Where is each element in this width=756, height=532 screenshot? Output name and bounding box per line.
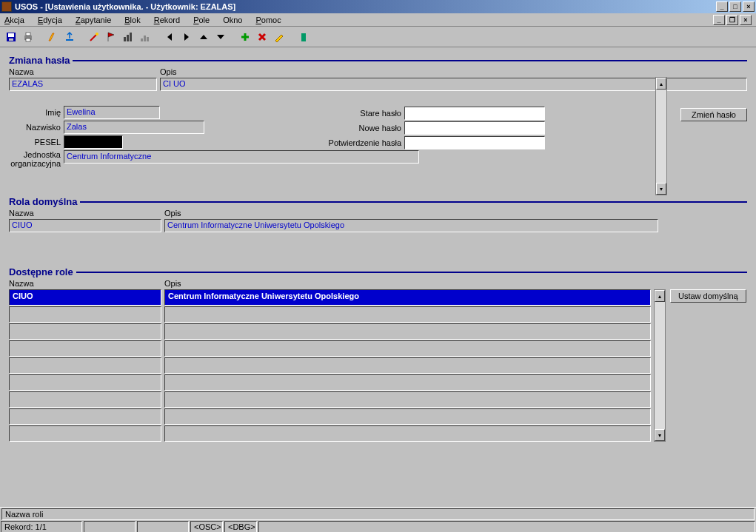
role-nazwa-cell[interactable]: [9, 374, 161, 391]
status-cell-3: [137, 521, 189, 532]
status-osc: <OSC>: [190, 521, 223, 532]
down-icon[interactable]: [213, 29, 229, 45]
role-nazwa-cell[interactable]: [9, 340, 161, 357]
menu-zapytanie[interactable]: Zapytanie: [76, 16, 111, 24]
role-nazwa-cell[interactable]: CIUO: [9, 289, 161, 306]
default-role-nazwa[interactable]: CIUO: [9, 219, 161, 232]
label-nazwa: Nazwa: [9, 67, 160, 76]
mdi-close-button[interactable]: ×: [740, 15, 752, 25]
table-row[interactable]: CIUOCentrum Informatyczne Uniwersytetu O…: [9, 289, 651, 306]
table-row[interactable]: [9, 408, 651, 425]
label-jednostka: Jednostka organizacyjna: [9, 150, 61, 168]
maximize-button[interactable]: □: [729, 1, 741, 12]
table-row[interactable]: [9, 357, 651, 374]
table-row[interactable]: [9, 323, 651, 340]
nowe-haslo-input[interactable]: [404, 121, 545, 135]
section-rola-domyslna: Rola domyślna: [9, 196, 747, 207]
up-icon[interactable]: [195, 29, 212, 45]
menu-rekord[interactable]: Rekord: [154, 16, 180, 24]
jednostka-field[interactable]: Centrum Informatyczne: [64, 150, 419, 164]
pencil-icon[interactable]: [271, 29, 287, 45]
role-nazwa-cell[interactable]: [9, 306, 161, 323]
label-opis: Opis: [160, 67, 177, 76]
bookmark-icon[interactable]: [295, 29, 312, 45]
svg-rect-6: [66, 39, 73, 41]
role-opis-cell[interactable]: Centrum Informatyczne Uniwersytetu Opols…: [164, 289, 651, 306]
table-row[interactable]: [9, 340, 651, 357]
svg-rect-14: [301, 33, 306, 41]
chart-icon[interactable]: [120, 29, 136, 45]
menu-edycja[interactable]: Edycja: [38, 16, 62, 24]
stare-haslo-input[interactable]: [404, 107, 545, 120]
clear-icon[interactable]: [44, 29, 61, 45]
menu-akcja[interactable]: Akcja: [4, 16, 24, 24]
role-opis-cell[interactable]: [164, 425, 651, 442]
roles-table: CIUOCentrum Informatyczne Uniwersytetu O…: [9, 289, 651, 442]
chart2-icon[interactable]: [137, 29, 153, 45]
label-nazwa-rola: Nazwa: [9, 209, 164, 218]
export-icon[interactable]: [61, 29, 78, 45]
ustaw-domyslna-button[interactable]: Ustaw domyślną: [670, 289, 746, 303]
role-nazwa-cell[interactable]: [9, 425, 161, 442]
table-row[interactable]: [9, 425, 651, 442]
status-cell-2: [84, 521, 136, 532]
save-icon[interactable]: [3, 29, 19, 45]
role-opis-cell[interactable]: [164, 408, 651, 425]
titlebar: USOS - [Ustawienia użytkownika. - Użytko…: [0, 0, 756, 13]
add-icon[interactable]: [237, 29, 253, 45]
potwierdzenie-input[interactable]: [404, 136, 545, 149]
svg-rect-1: [8, 33, 14, 37]
role-opis-cell[interactable]: [164, 391, 651, 408]
role-nazwa-cell[interactable]: [9, 357, 161, 374]
role-opis-cell[interactable]: [164, 340, 651, 357]
svg-rect-5: [26, 38, 30, 41]
table-row[interactable]: [9, 306, 651, 323]
imie-field[interactable]: Ewelina: [64, 106, 160, 119]
label-pesel: PESEL: [9, 138, 61, 147]
table-row[interactable]: [9, 391, 651, 408]
scroll-down-icon[interactable]: ▾: [656, 183, 666, 195]
pesel-field[interactable]: [64, 135, 123, 149]
default-role-opis[interactable]: Centrum Informatyczne Uniwersytetu Opols…: [164, 219, 658, 232]
svg-rect-10: [130, 33, 132, 41]
first-icon[interactable]: [161, 29, 178, 45]
svg-rect-4: [26, 33, 30, 36]
scroll-up-roles-icon[interactable]: ▴: [655, 290, 665, 302]
menu-okno[interactable]: Okno: [223, 16, 242, 24]
delete-icon[interactable]: [254, 29, 270, 45]
nazwisko-field[interactable]: Zalas: [64, 121, 204, 134]
svg-rect-12: [144, 36, 146, 41]
flag-icon[interactable]: [103, 29, 119, 45]
role-nazwa-cell[interactable]: [9, 408, 161, 425]
role-opis-cell[interactable]: [164, 323, 651, 340]
minimize-button[interactable]: _: [716, 1, 728, 12]
role-nazwa-cell[interactable]: [9, 391, 161, 408]
scrollbar-zmiana[interactable]: ▴ ▾: [655, 77, 667, 195]
menu-pomoc[interactable]: Pomoc: [255, 16, 281, 24]
label-nazwisko: Nazwisko: [9, 123, 61, 132]
user-nazwa-field[interactable]: EZALAS: [9, 78, 157, 91]
scroll-up-icon[interactable]: ▴: [656, 78, 666, 90]
toolbar: [0, 27, 756, 47]
zmien-haslo-button[interactable]: Zmień hasło: [680, 108, 747, 121]
menu-pole[interactable]: Pole: [193, 16, 210, 24]
mdi-minimize-button[interactable]: _: [713, 15, 725, 25]
mdi-restore-button[interactable]: ❐: [726, 15, 738, 25]
menu-blok[interactable]: Blok: [124, 16, 140, 24]
close-button[interactable]: ×: [743, 1, 755, 12]
scrollbar-roles[interactable]: ▴ ▾: [654, 289, 666, 442]
role-nazwa-cell[interactable]: [9, 323, 161, 340]
menubar: Akcja Edycja Zapytanie Blok Rekord Pole …: [0, 13, 756, 27]
window-title: USOS - [Ustawienia użytkownika. - Użytko…: [15, 2, 715, 11]
role-opis-cell[interactable]: [164, 374, 651, 391]
role-opis-cell[interactable]: [164, 357, 651, 374]
wand-icon[interactable]: [86, 29, 102, 45]
svg-rect-8: [124, 37, 126, 41]
scroll-down-roles-icon[interactable]: ▾: [655, 429, 665, 441]
table-row[interactable]: [9, 374, 651, 391]
next-icon[interactable]: [178, 29, 195, 45]
print-icon[interactable]: [20, 29, 36, 45]
section-dostepne-role: Dostępne role: [9, 266, 747, 277]
label-opis-roles: Opis: [164, 279, 181, 288]
role-opis-cell[interactable]: [164, 306, 651, 323]
